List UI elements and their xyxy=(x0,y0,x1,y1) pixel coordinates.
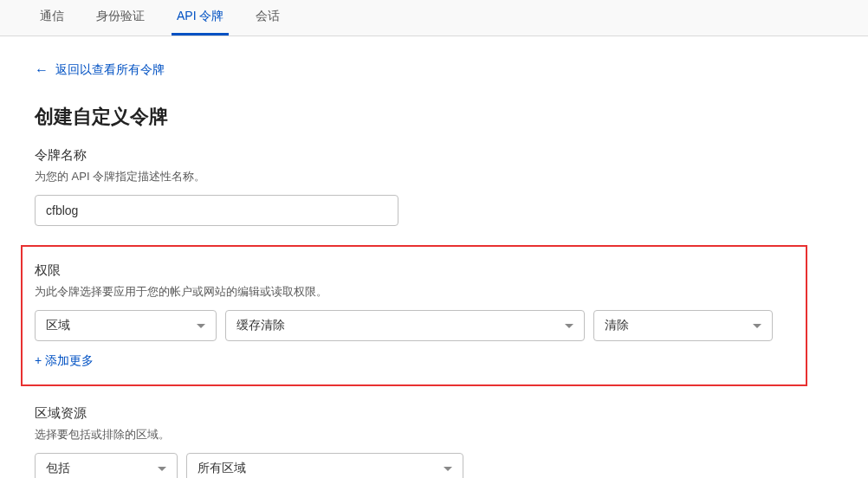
token-name-label: 令牌名称 xyxy=(35,147,833,164)
zone-resources-row: 包括 所有区域 xyxy=(35,453,833,478)
permissions-label: 权限 xyxy=(35,262,794,279)
back-link[interactable]: ← 返回以查看所有令牌 xyxy=(35,62,165,78)
permissions-type-value: 缓存清除 xyxy=(236,318,285,333)
tab-api-tokens[interactable]: API 令牌 xyxy=(172,0,229,36)
zone-resources-section: 区域资源 选择要包括或排除的区域。 包括 所有区域 +添加更多 xyxy=(35,405,833,478)
token-name-input[interactable] xyxy=(35,195,398,226)
chevron-down-icon xyxy=(158,467,166,471)
token-name-section: 令牌名称 为您的 API 令牌指定描述性名称。 xyxy=(35,147,833,226)
zone-resources-label: 区域资源 xyxy=(35,405,833,422)
zone-include-select[interactable]: 包括 xyxy=(35,453,178,478)
zone-area-value: 所有区域 xyxy=(198,461,246,476)
tab-identity[interactable]: 身份验证 xyxy=(91,0,150,36)
tab-sessions[interactable]: 会话 xyxy=(250,0,285,36)
token-name-desc: 为您的 API 令牌指定描述性名称。 xyxy=(35,169,833,184)
tabs-bar: 通信 身份验证 API 令牌 会话 xyxy=(0,0,868,36)
main-content: ← 返回以查看所有令牌 创建自定义令牌 令牌名称 为您的 API 令牌指定描述性… xyxy=(0,36,868,478)
zone-resources-desc: 选择要包括或排除的区域。 xyxy=(35,427,833,442)
permissions-desc: 为此令牌选择要应用于您的帐户或网站的编辑或读取权限。 xyxy=(35,284,794,300)
chevron-down-icon xyxy=(444,467,452,471)
chevron-down-icon xyxy=(565,324,573,328)
tab-communication[interactable]: 通信 xyxy=(35,0,69,36)
back-link-label: 返回以查看所有令牌 xyxy=(55,62,165,78)
permissions-add-more[interactable]: +添加更多 xyxy=(35,353,94,369)
plus-icon: + xyxy=(35,353,42,367)
permissions-scope-value: 区域 xyxy=(46,318,70,333)
chevron-down-icon xyxy=(197,324,205,328)
permissions-highlight: 权限 为此令牌选择要应用于您的帐户或网站的编辑或读取权限。 区域 缓存清除 清除… xyxy=(21,245,807,386)
page-title: 创建自定义令牌 xyxy=(35,104,833,130)
permissions-type-select[interactable]: 缓存清除 xyxy=(225,310,585,341)
permissions-add-more-label: 添加更多 xyxy=(45,353,94,367)
zone-include-value: 包括 xyxy=(46,461,70,476)
zone-area-select[interactable]: 所有区域 xyxy=(186,453,463,478)
chevron-down-icon xyxy=(753,324,761,328)
permissions-scope-select[interactable]: 区域 xyxy=(35,310,217,341)
arrow-left-icon: ← xyxy=(35,62,49,78)
permissions-level-select[interactable]: 清除 xyxy=(593,310,773,341)
permissions-row: 区域 缓存清除 清除 xyxy=(35,310,794,341)
permissions-level-value: 清除 xyxy=(605,318,629,333)
